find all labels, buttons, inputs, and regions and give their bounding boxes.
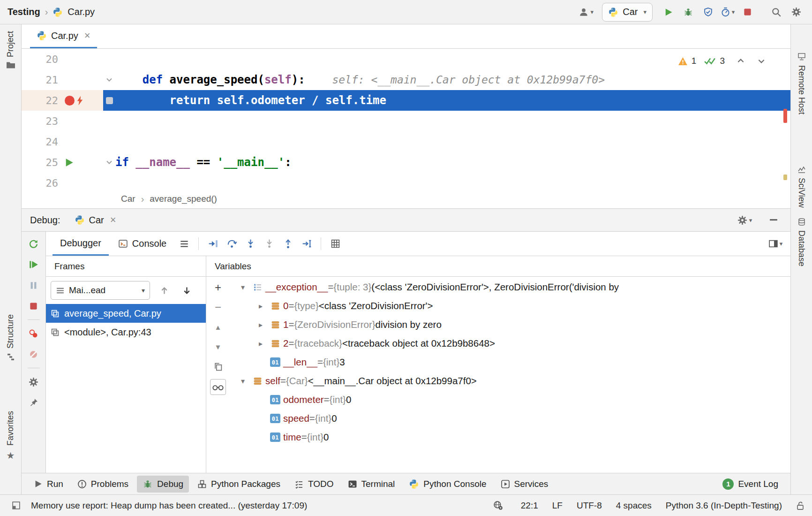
stop-button[interactable] [739, 4, 756, 21]
variable-row[interactable]: 01odometer = {int} 0 [230, 390, 790, 409]
error-stripe-mark[interactable] [783, 109, 787, 123]
toolwindow-button-debug[interactable]: Debug [137, 476, 189, 493]
debug-session-tab[interactable]: Car × [75, 215, 116, 226]
move-watch-up-button[interactable]: ▲ [210, 320, 226, 334]
tab-debugger[interactable]: Debugger [53, 232, 109, 256]
code-line-21[interactable]: 21 def average_speed(self): self: <__mai… [22, 69, 790, 90]
fold-marker[interactable] [103, 152, 115, 173]
run-config-select[interactable]: Car ▾ [602, 3, 653, 22]
toolwindow-button-todo[interactable]: TODO [289, 476, 339, 493]
step-over-button[interactable] [223, 235, 240, 252]
layout-settings-button[interactable]: ▾ [767, 235, 784, 252]
code-line-23[interactable]: 23 [22, 111, 790, 131]
sidebar-item-project[interactable]: Project [0, 31, 21, 69]
mute-breakpoints-button[interactable] [25, 346, 42, 363]
close-icon[interactable]: × [110, 215, 116, 225]
chevron-right-icon[interactable]: ▸ [253, 302, 268, 311]
run-button[interactable] [660, 4, 677, 21]
variable-row[interactable]: ▸0 = {type} <class 'ZeroDivisionError'> [230, 296, 790, 315]
thread-selector[interactable]: Mai...ead ▾ [51, 281, 150, 300]
lock-icon[interactable] [796, 501, 804, 510]
variable-row[interactable]: 01speed = {int} 0 [230, 409, 790, 428]
variable-row[interactable]: ▾__exception__ = {tuple: 3} (<class 'Zer… [230, 278, 790, 296]
gutter[interactable]: 24 [22, 131, 103, 152]
toolwindow-button-services[interactable]: Services [495, 476, 554, 493]
sidebar-item-structure[interactable]: Structure [0, 314, 21, 361]
run-to-cursor-button[interactable] [298, 235, 315, 252]
project-name[interactable]: Testing [8, 7, 40, 17]
next-problem-button[interactable] [753, 53, 770, 69]
caret-position[interactable]: 22:1 [521, 501, 538, 511]
chevron-right-icon[interactable]: ▸ [253, 320, 268, 329]
step-into-button[interactable] [242, 235, 259, 252]
code-line-20[interactable]: 20 [22, 49, 790, 69]
frame-row[interactable]: <module>, Car.py:43 [46, 323, 206, 341]
status-message[interactable]: Memory use report: Heap dump has been cr… [31, 501, 307, 511]
step-out-button[interactable] [279, 235, 296, 252]
stop-debug-button[interactable] [25, 297, 42, 314]
toolwindow-button-run[interactable]: Run [28, 476, 69, 493]
tab-car-py[interactable]: Car.py × [30, 24, 97, 48]
breadcrumb-class[interactable]: Car [121, 194, 135, 204]
debug-button[interactable] [680, 4, 697, 21]
frame-row[interactable]: average_speed, Car.py [46, 304, 206, 323]
chevron-down-icon[interactable]: ▾ [235, 377, 250, 386]
gear-globe-icon[interactable] [490, 497, 507, 514]
inspections-widget[interactable]: 1 3 [678, 53, 770, 69]
settings-button[interactable] [788, 4, 804, 21]
chevron-right-icon[interactable]: ▸ [253, 339, 268, 348]
sidebar-item-sciview[interactable]: SciView [791, 165, 812, 208]
add-watch-button[interactable]: + [210, 281, 226, 295]
toolwindow-button-python-packages[interactable]: Python Packages [192, 476, 286, 493]
file-encoding-indicator[interactable]: UTF-8 [577, 501, 602, 511]
user-menu-button[interactable]: ▾ [578, 4, 594, 21]
gutter[interactable]: 22 [22, 90, 103, 111]
pause-button[interactable] [25, 277, 42, 294]
duplicate-watch-button[interactable] [210, 359, 226, 373]
sidebar-item-remote-host[interactable]: Remote Host [791, 53, 812, 114]
variable-row[interactable]: 01time = {int} 0 [230, 428, 790, 447]
sidebar-item-database[interactable]: Database [791, 218, 812, 266]
warning-stripe-mark[interactable] [783, 175, 787, 180]
run-line-icon[interactable] [65, 158, 74, 167]
breadcrumb-method[interactable]: average_speed() [150, 194, 217, 204]
indent-indicator[interactable]: 4 spaces [616, 501, 652, 511]
resume-button[interactable] [25, 256, 42, 273]
code-line-26[interactable]: 26 [22, 173, 790, 190]
pin-tab-button[interactable] [25, 394, 42, 411]
toolwindow-button-terminal[interactable]: Terminal [342, 476, 401, 493]
gutter[interactable]: 26 [22, 173, 103, 190]
gutter[interactable]: 23 [22, 111, 103, 131]
variable-row[interactable]: ▸2 = {traceback} <traceback object at 0x… [230, 334, 790, 353]
python-interpreter-indicator[interactable]: Python 3.6 (In-Depth-Testing) [666, 501, 782, 511]
evaluate-expression-button[interactable] [327, 235, 344, 252]
code-line-22[interactable]: 22 return self.odometer / self.time [22, 90, 790, 111]
toolwindow-button-problems[interactable]: Problems [72, 476, 134, 493]
chevron-down-icon[interactable]: ▾ [235, 283, 250, 292]
gutter[interactable]: 25 [22, 152, 103, 173]
debug-settings-button[interactable] [25, 373, 42, 390]
toolbar-file-name[interactable]: Car.py [68, 7, 95, 17]
next-frame-button[interactable] [178, 282, 195, 299]
move-watch-down-button[interactable]: ▼ [210, 340, 226, 354]
variable-row[interactable]: 01__len__ = {int} 3 [230, 353, 790, 372]
fold-marker[interactable] [103, 90, 115, 111]
fold-marker[interactable] [103, 69, 115, 90]
view-breakpoints-button[interactable] [25, 325, 42, 342]
sidebar-item-favorites[interactable]: Favorites ★ [0, 411, 21, 461]
prev-problem-button[interactable] [732, 53, 749, 69]
toolwindow-toggle-icon[interactable] [8, 497, 24, 514]
line-separator-indicator[interactable]: LF [552, 501, 563, 511]
force-step-into-button[interactable] [261, 235, 278, 252]
remove-watch-button[interactable]: − [210, 300, 226, 314]
toolwindow-button-event-log[interactable]: 1Event Log [717, 476, 784, 493]
toolwindow-settings-button[interactable]: ▾ [736, 212, 753, 228]
search-everywhere-button[interactable] [768, 4, 785, 21]
show-watches-button[interactable] [210, 379, 226, 395]
previous-frame-button[interactable] [156, 282, 173, 299]
code-line-25[interactable]: 25if __name__ == '__main__': [22, 152, 790, 173]
code-line-24[interactable]: 24 [22, 131, 790, 152]
variable-row[interactable]: ▾self = {Car} <__main__.Car object at 0x… [230, 372, 790, 390]
toolwindow-button-python-console[interactable]: Python Console [403, 476, 492, 493]
show-execution-point-button[interactable] [204, 235, 221, 252]
